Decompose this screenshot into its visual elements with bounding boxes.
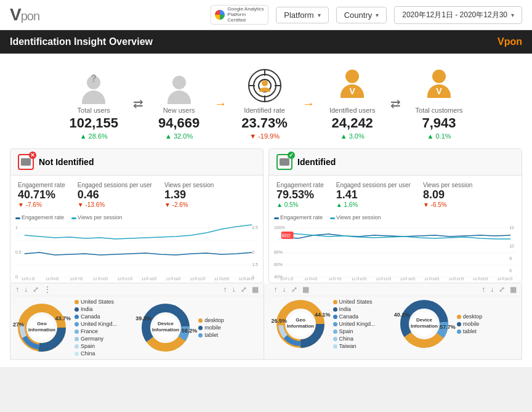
svg-text:12月10日: 12月10日 [93,277,108,280]
legend-item: United Kingd... [75,321,135,327]
target-icon [246,67,283,104]
geo-donut-left: Geo Information 27% 43.7% [14,303,70,352]
ctrl-expand-right[interactable]: ⤢ [291,285,297,294]
ctrl-down-right[interactable]: ↓ [283,285,286,294]
ctrl-chart-right2[interactable]: ▦ [510,285,517,294]
panel-identified-title: Identified [297,157,336,167]
legend-item: India [333,306,394,312]
svg-text:12月13日: 12月13日 [376,277,391,280]
identified-users-change: ▲ 3.0% [329,132,376,140]
svg-text:12月25日: 12月25日 [473,277,488,280]
svg-text:12月1日: 12月1日 [280,277,294,280]
panel-identified-header: ✓ Identified [269,149,522,176]
svg-text:10: 10 [509,244,514,248]
svg-text:0.5: 0.5 [15,250,22,254]
device-donut-left: Device Information 39.3% 58.2% [138,303,193,352]
page-title: Identification Insight Overview [10,36,153,47]
ctrl-chart-right[interactable]: ▦ [302,285,309,294]
new-users-label: New users [158,107,200,114]
legend-item: United Kingd... [333,321,394,327]
metric-engagement-left: Engagement rate 40.71% ▼ -7.6% [18,182,65,208]
panels-container: ✕ Not Identified Engagement rate 40.71% … [10,148,522,283]
metric-sessions-right: Engaged sessions per user 1.41 ▲ 1.6% [336,182,411,208]
ctrl-expand-left2[interactable]: ⤢ [241,285,247,294]
svg-text:Information: Information [411,323,438,329]
chart-legend-left: Engagement rate Views per session [15,214,258,220]
ctrl-down-left[interactable]: ↓ [24,285,28,294]
svg-text:12月19日: 12月19日 [166,277,181,280]
bottom-right: ↑ ↓ ⤢ ▦ ↑ ↓ ⤢ ▦ [269,283,522,359]
chart-identified: Engagement rate Views per session 100% 8… [269,212,522,283]
ctrl-more-left[interactable]: ⋮ [44,285,51,294]
total-customers-change: ▲ 0.1% [416,132,463,140]
svg-text:2.5: 2.5 [252,225,258,230]
new-users-change: ▲ 32.0% [158,132,200,140]
svg-text:Information: Information [28,327,55,333]
svg-text:12月22日: 12月22日 [449,277,464,280]
kpi-total-customers: V Total customers 7,943 ▲ 0.1% [403,67,475,140]
svg-text:12月4日: 12月4日 [46,277,59,280]
legend-item: France [75,328,135,334]
not-identified-icon: ✕ [18,154,34,170]
svg-point-7 [262,80,268,86]
ctrl-up-left2[interactable]: ↑ [224,285,227,294]
svg-text:12月22日: 12月22日 [190,277,206,280]
platform-filter[interactable]: Platform [276,7,328,23]
svg-text:2: 2 [252,250,254,254]
bottom-controls-right: ↑ ↓ ⤢ ▦ ↑ ↓ ⤢ ▦ [269,283,522,296]
bottom-left-charts: Geo Information 27% 43.7% United States … [10,296,264,359]
not-identified-metrics: Engagement rate 40.71% ▼ -7.6% Engaged s… [10,176,263,212]
svg-text:80%: 80% [274,250,283,254]
svg-text:12月10日: 12月10日 [352,277,367,280]
legend-item: China [333,336,394,342]
new-users-icon [161,67,198,104]
svg-text:Device: Device [416,317,432,323]
svg-text:1: 1 [15,225,18,230]
new-users-value: 94,669 [158,115,200,131]
svg-text:12: 12 [509,225,514,230]
google-logo-icon [215,10,225,20]
svg-text:6: 6 [509,269,512,273]
bottom-controls-right-group2: ↑ ↓ ⤢ ▦ [482,285,517,294]
total-users-change: ▲ 28.6% [69,132,118,140]
ctrl-expand-right2[interactable]: ⤢ [499,285,505,294]
svg-text:Geo: Geo [37,321,47,326]
svg-text:Geo: Geo [296,317,305,323]
svg-text:12月19日: 12月19日 [424,277,440,280]
identified-users-value: 24,242 [329,115,376,131]
kpi-total-users: ? Total users 102,155 ▲ 28.6% [57,67,131,140]
total-users-label: Total users [69,107,118,114]
svg-text:12月16日: 12月16日 [142,277,157,280]
metric-views-right: Views per session 8.09 ▼ -6.5% [423,182,472,208]
legend-item: mobile [457,321,518,327]
total-users-icon: ? [75,67,112,104]
logo: Vpon [10,5,39,25]
bottom-right-charts: Geo Information 26.5% 44.1% United State… [269,296,522,352]
legend-item: Spain [75,343,135,349]
ctrl-down-left2[interactable]: ↓ [232,285,236,294]
legend-item: Canada [333,313,394,320]
total-customers-value: 7,943 [416,115,463,131]
ctrl-up-right[interactable]: ↑ [274,285,278,294]
legend-item: mobile [198,325,259,331]
legend-item: Germany [75,336,135,342]
google-badge-text: Google Analytics Platform Certified [227,7,264,23]
panel-not-identified-header: ✕ Not Identified [10,149,263,176]
svg-text:關切: 關切 [282,233,291,238]
geo-donut-right: Geo Information 26.5% 44.1% [273,299,328,349]
svg-text:Information: Information [152,327,179,333]
country-filter[interactable]: Country [336,7,387,23]
device-legend-left: desktop mobile tablet [198,317,259,338]
ctrl-expand-left[interactable]: ⤢ [33,285,39,294]
identified-rate-label: Identified rate [241,107,288,114]
svg-text:12月16日: 12月16日 [400,277,416,280]
legend-item: Taiwan [333,343,394,349]
ctrl-down-right2[interactable]: ↓ [490,285,494,294]
ctrl-up-left[interactable]: ↑ [15,285,19,294]
identified-rate-value: 23.73% [241,115,288,131]
ctrl-up-right2[interactable]: ↑ [482,285,485,294]
header: Vpon Google Analytics Platform Certified… [0,0,532,30]
date-range-picker[interactable]: 2020年12月1日 - 2020年12月30 [394,6,522,24]
ctrl-chart-left2[interactable]: ▦ [252,285,259,294]
metric-sessions-left: Engaged sessions per user 0.46 ▼ -13.6% [78,182,152,208]
